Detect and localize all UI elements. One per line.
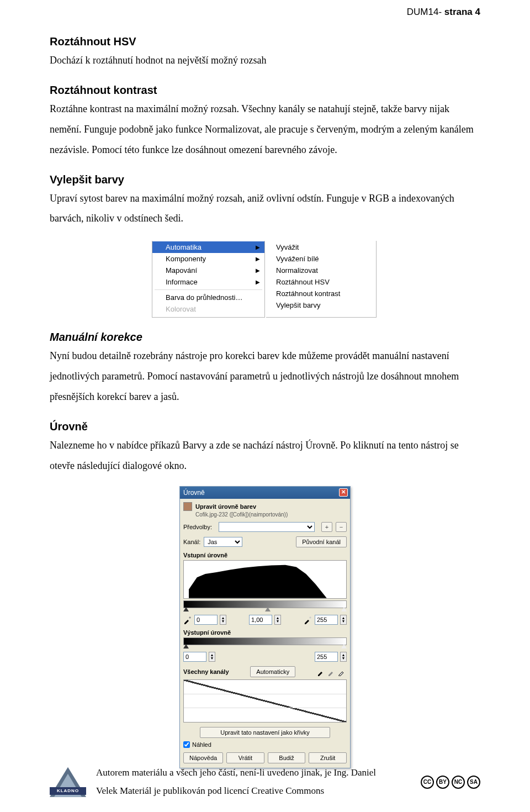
page-footer: KLADNO Autorem materiálu a všech jeho čá…	[50, 764, 480, 800]
spinner-icon[interactable]: ▲▼	[340, 652, 347, 662]
cc-license-icons: CCBYNCSA	[421, 776, 480, 789]
menu-item[interactable]: Kolorovat	[152, 303, 264, 315]
cc-nc-icon: NC	[452, 776, 465, 789]
output-levels-label: Výstupní úrovně	[183, 629, 347, 636]
preview-checkbox[interactable]: Náhled	[183, 741, 347, 748]
body-vylepsit: Upraví sytost barev na maximální možný r…	[50, 188, 480, 229]
black-eyedropper-icon[interactable]	[317, 667, 326, 676]
image-thumb-icon	[183, 502, 192, 511]
heading-vylepsit: Vylepšit barvy	[50, 173, 480, 186]
channel-label: Kanál:	[183, 539, 200, 545]
curves-preview	[183, 679, 347, 723]
presets-label: Předvolby:	[183, 524, 212, 530]
chevron-right-icon: ▶	[256, 256, 260, 262]
body-manual: Nyní budou detailně rozebrány nástroje p…	[50, 346, 480, 407]
dialog-titlebar[interactable]: Úrovně ✕	[180, 487, 350, 499]
header-prefix: DUM14-	[407, 7, 444, 17]
menu-item[interactable]: Vyvážení bílé	[266, 253, 376, 265]
body-kontrast: Roztáhne kontrast na maximální možný roz…	[50, 99, 480, 160]
cc-by-icon: BY	[436, 776, 449, 789]
levels-dialog: Úrovně ✕ Upravit úrovně barev Cofik.jpg-…	[179, 486, 351, 768]
presets-combo[interactable]	[219, 522, 315, 532]
ok-button[interactable]: Budiž	[268, 752, 306, 763]
menu-item[interactable]: Vyvážit	[266, 241, 376, 253]
footer-text: Autorem materiálu a všech jeho částí, ne…	[96, 764, 376, 800]
preview-checkbox-input[interactable]	[183, 741, 190, 748]
menu-screenshot: Automatika▶Komponenty▶Mapování▶Informace…	[152, 241, 378, 318]
edit-as-curves-button[interactable]: Upravit tato nastavení jako křivky	[200, 727, 331, 738]
input-levels-label: Vstupní úrovně	[183, 552, 347, 558]
output-gradient	[183, 637, 347, 645]
remove-preset-icon[interactable]: −	[336, 522, 347, 532]
chevron-right-icon: ▶	[256, 267, 260, 273]
preview-label: Náhled	[192, 741, 211, 748]
menu-item[interactable]: Komponenty▶	[152, 253, 264, 265]
menu-item[interactable]: Roztáhnout HSV	[266, 276, 376, 288]
channel-combo[interactable]: Jas	[204, 537, 242, 547]
white-eyedropper-icon[interactable]	[338, 667, 347, 676]
input-gamma-field[interactable]	[249, 615, 272, 625]
spinner-icon[interactable]: ▲▼	[209, 652, 215, 662]
menu-item[interactable]: Barva do průhlednosti…	[152, 292, 264, 303]
all-channels-label: Všechny kanály	[183, 668, 229, 675]
body-hsv: Dochází k roztáhnutí hodnot na největší …	[50, 50, 480, 71]
dialog-filename: Cofik.jpg-232 ([Cofik])(naimportován))	[183, 512, 347, 518]
heading-kontrast: Roztáhnout kontrast	[50, 84, 480, 97]
chevron-right-icon: ▶	[256, 279, 260, 285]
body-urovne: Nalezneme ho v nabídce příkazů Barvy a z…	[50, 435, 480, 476]
page-header: DUM14- strana 4	[407, 7, 480, 18]
reset-channel-button[interactable]: Původní kanál	[296, 536, 347, 547]
input-high-field[interactable]	[315, 615, 338, 625]
spinner-icon[interactable]: ▲▼	[340, 615, 347, 625]
input-low-field[interactable]	[194, 615, 218, 625]
dialog-title: Úrovně	[183, 489, 205, 497]
help-button[interactable]: Nápověda	[183, 752, 223, 763]
close-icon[interactable]: ✕	[339, 488, 348, 497]
spinner-icon[interactable]: ▲▼	[274, 615, 281, 625]
cc-cc-icon: CC	[421, 776, 434, 789]
black-eyedropper-icon[interactable]	[183, 615, 192, 624]
menu-right-panel: VyvážitVyvážení bíléNormalizovatRoztáhno…	[266, 241, 377, 318]
menu-item[interactable]: Vylepšit barvy	[266, 299, 376, 311]
menu-item[interactable]: Roztáhnout kontrast	[266, 288, 376, 299]
gray-eyedropper-icon[interactable]	[327, 667, 336, 676]
heading-urovne: Úrovně	[50, 420, 480, 433]
output-slider[interactable]	[183, 645, 347, 650]
menu-item[interactable]: Mapování▶	[152, 265, 264, 276]
reset-button[interactable]: Vrátit	[226, 752, 264, 763]
histogram	[183, 560, 347, 599]
menu-item[interactable]: Normalizovat	[266, 265, 376, 276]
dialog-subtitle: Upravit úrovně barev	[195, 503, 256, 510]
header-page: strana 4	[444, 7, 480, 17]
heading-manual: Manuální korekce	[50, 331, 480, 344]
menu-item[interactable]: Automatika▶	[152, 241, 264, 253]
cc-sa-icon: SA	[467, 776, 480, 789]
cancel-button[interactable]: Zrušit	[309, 752, 347, 763]
spinner-icon[interactable]: ▲▼	[220, 615, 226, 625]
input-slider[interactable]	[183, 608, 347, 613]
school-logo-icon: KLADNO	[50, 767, 86, 797]
output-high-field[interactable]	[315, 652, 338, 662]
menu-item[interactable]: Informace▶	[152, 276, 264, 288]
heading-hsv: Roztáhnout HSV	[50, 35, 480, 48]
chevron-right-icon: ▶	[256, 244, 260, 250]
add-preset-icon[interactable]: +	[321, 522, 332, 532]
menu-left-panel: Automatika▶Komponenty▶Mapování▶Informace…	[152, 241, 265, 318]
output-low-field[interactable]	[183, 652, 206, 662]
white-eyedropper-icon[interactable]	[304, 615, 312, 624]
auto-button[interactable]: Automaticky	[250, 666, 295, 677]
